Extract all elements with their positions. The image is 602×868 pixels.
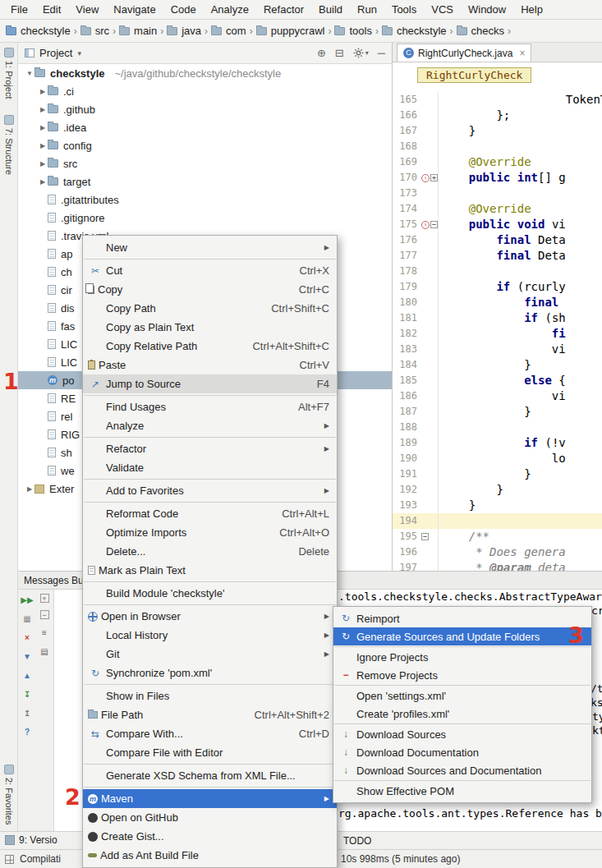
collapse-all-icon[interactable]: ⊟: [335, 48, 344, 59]
tree-root-checkstyle[interactable]: ▼checkstyle~/java/github/checkstyle/chec…: [18, 64, 392, 82]
project-panel-title[interactable]: Project: [39, 47, 72, 59]
breadcrumb-item-tools[interactable]: tools: [333, 25, 372, 37]
expand-all-icon[interactable]: +: [40, 594, 49, 603]
menu-item-refactor[interactable]: Refactor▶: [83, 439, 337, 458]
collapsed-arrow-icon[interactable]: ▶: [38, 160, 48, 168]
menubar-item-edit[interactable]: Edit: [35, 0, 68, 19]
menu-item-jump-to-source[interactable]: ↗Jump to SourceF4: [83, 374, 337, 393]
fold-minus-icon[interactable]: −: [421, 533, 429, 540]
collapsed-arrow-icon[interactable]: ▶: [38, 142, 48, 149]
menubar-item-build[interactable]: Build: [311, 0, 350, 19]
expanded-arrow-icon[interactable]: ▼: [25, 70, 34, 77]
collapsed-arrow-icon[interactable]: ▶: [38, 178, 48, 186]
menubar-item-tools[interactable]: Tools: [384, 0, 424, 19]
chevron-down-icon[interactable]: ▾: [77, 49, 81, 57]
breadcrumb-item-checkstyle[interactable]: checkstyle: [5, 25, 71, 37]
tree-item-idea[interactable]: ▶.idea: [18, 118, 392, 136]
breadcrumb-item-checks[interactable]: checks: [456, 25, 505, 37]
tree-item-gitignore[interactable]: .gitignore: [18, 209, 392, 227]
filter-icon[interactable]: ≡: [38, 627, 51, 638]
menu-item-local-history[interactable]: Local History▶: [83, 626, 337, 645]
menu-item-file-path[interactable]: File PathCtrl+Alt+Shift+2: [83, 705, 337, 724]
breadcrumb-item-src[interactable]: src: [80, 25, 110, 37]
menu-item-generate-xsd-schema-from-xml-file[interactable]: Generate XSD Schema from XML File...: [83, 766, 337, 785]
collapsed-arrow-icon[interactable]: ▶: [25, 485, 34, 493]
menu-item-cut[interactable]: ✂CutCtrl+X: [83, 261, 337, 280]
editor-tab-rightcurlycheck[interactable]: C RightCurlyCheck.java ×: [397, 44, 531, 62]
next-message-icon[interactable]: ▼: [21, 650, 34, 662]
menu-item-copy-as-plain-text[interactable]: Copy as Plain Text: [83, 318, 337, 337]
collapsed-arrow-icon[interactable]: ▶: [38, 88, 48, 95]
tree-item-gitattributes[interactable]: .gitattributes: [18, 191, 392, 209]
breadcrumb-item-com[interactable]: com: [210, 25, 247, 37]
menu-item-copy-path[interactable]: Copy PathCtrl+Shift+C: [83, 299, 337, 318]
override-method-icon[interactable]: ↑: [421, 174, 430, 182]
settings-icon[interactable]: ▤: [38, 645, 51, 657]
hide-panel-icon[interactable]: ─: [378, 48, 385, 59]
prev-message-icon[interactable]: ▲: [21, 669, 34, 681]
menu-item-show-effective-pom[interactable]: Show Effective POM: [333, 782, 591, 800]
breadcrumb-item-puppycrawl[interactable]: puppycrawl: [255, 25, 326, 37]
menu-item-git[interactable]: Git▶: [83, 645, 337, 664]
tree-item-config[interactable]: ▶config: [18, 136, 392, 154]
close-icon[interactable]: ×: [21, 631, 34, 643]
menubar-item-view[interactable]: View: [68, 0, 106, 19]
menubar-item-help[interactable]: Help: [513, 0, 550, 19]
tool-window-button-version-control[interactable]: 9: Versio: [5, 834, 57, 846]
export-icon[interactable]: ↥: [21, 707, 34, 719]
toolwindow-toggle-icon[interactable]: [5, 855, 14, 864]
menu-item-ignore-projects[interactable]: Ignore Projects: [333, 648, 591, 666]
menubar-item-run[interactable]: Run: [350, 0, 384, 19]
menu-item-download-sources[interactable]: ↓Download Sources: [333, 725, 591, 743]
close-tab-icon[interactable]: ×: [519, 48, 525, 59]
collapsed-arrow-icon[interactable]: ▶: [38, 124, 48, 131]
menu-item-validate[interactable]: Validate: [83, 458, 337, 477]
menu-item-open-on-github[interactable]: Open on GitHub: [83, 808, 337, 827]
help-icon[interactable]: ?: [21, 726, 34, 737]
menu-item-build-module-checkstyle[interactable]: Build Module 'checkstyle': [83, 584, 337, 603]
menu-item-paste[interactable]: PasteCtrl+V: [83, 356, 337, 374]
tool-window-button-1-project[interactable]: 1: Project: [0, 48, 18, 99]
menubar-item-analyze[interactable]: Analyze: [204, 0, 256, 19]
breadcrumb-item-java[interactable]: java: [166, 25, 202, 37]
menubar-item-file[interactable]: File: [3, 0, 35, 19]
collapsed-arrow-icon[interactable]: ▶: [38, 106, 48, 113]
locate-icon[interactable]: ⊕: [317, 48, 326, 59]
menu-item-download-sources-and-documentation[interactable]: ↓Download Sources and Documentation: [333, 761, 591, 779]
breadcrumb-item-checkstyle[interactable]: checkstyle: [381, 25, 448, 37]
menubar-item-window[interactable]: Window: [461, 0, 513, 19]
tree-item-github[interactable]: ▶.github: [18, 100, 392, 118]
menu-item-reimport[interactable]: ↻Reimport: [333, 609, 591, 627]
tree-item-src[interactable]: ▶src: [18, 154, 392, 172]
menu-item-add-to-favorites[interactable]: Add to Favorites▶: [83, 481, 337, 500]
tool-window-button-todo[interactable]: TODO: [343, 835, 371, 847]
menu-item-show-in-files[interactable]: Show in Files: [83, 687, 337, 705]
menu-item-find-usages[interactable]: Find UsagesAlt+F7: [83, 397, 337, 416]
breadcrumb-item-main[interactable]: main: [118, 25, 158, 37]
tree-item-ci[interactable]: ▶.ci: [18, 82, 392, 100]
collapse-all-icon[interactable]: −: [40, 610, 49, 619]
tree-item-target[interactable]: ▶target: [18, 172, 392, 191]
stop-icon[interactable]: ▦: [21, 613, 34, 624]
fold-minus-icon[interactable]: −: [430, 221, 438, 228]
menu-item-analyze[interactable]: Analyze▶: [83, 416, 337, 435]
menu-item-remove-projects[interactable]: −Remove Projects: [333, 666, 591, 684]
menu-item-optimize-imports[interactable]: Optimize ImportsCtrl+Alt+O: [83, 523, 337, 542]
settings-gear-icon[interactable]: ▾: [353, 48, 369, 59]
scroll-to-end-icon[interactable]: ↧: [21, 688, 34, 700]
menu-item-generate-sources-and-update-folders[interactable]: ↻Generate Sources and Update Folders: [333, 627, 591, 645]
tool-window-button-7-structure[interactable]: 7: Structure: [0, 115, 18, 175]
menu-item-compare-file-with-editor[interactable]: Compare File with Editor: [83, 743, 337, 762]
menu-item-open-in-browser[interactable]: Open in Browser▶: [83, 607, 337, 626]
override-method-icon[interactable]: ↑: [421, 221, 430, 229]
menubar-item-navigate[interactable]: Navigate: [106, 0, 163, 19]
menu-item-copy[interactable]: CopyCtrl+C: [83, 280, 337, 299]
menu-item-create-profiles-xml[interactable]: Create 'profiles.xml': [333, 705, 591, 723]
menu-item-compare-with[interactable]: ⇆Compare With...Ctrl+D: [83, 724, 337, 743]
menu-item-synchronize-pom-xml[interactable]: ↻Synchronize 'pom.xml': [83, 664, 337, 682]
menu-item-delete[interactable]: Delete...Delete: [83, 542, 337, 561]
rerun-icon[interactable]: ▶▶: [21, 594, 34, 605]
menu-item-add-as-ant-build-file[interactable]: Add as Ant Build File: [83, 846, 337, 865]
menu-item-open-settings-xml[interactable]: Open 'settings.xml': [333, 687, 591, 705]
menu-item-mark-as-plain-text[interactable]: Mark as Plain Text: [83, 561, 337, 580]
